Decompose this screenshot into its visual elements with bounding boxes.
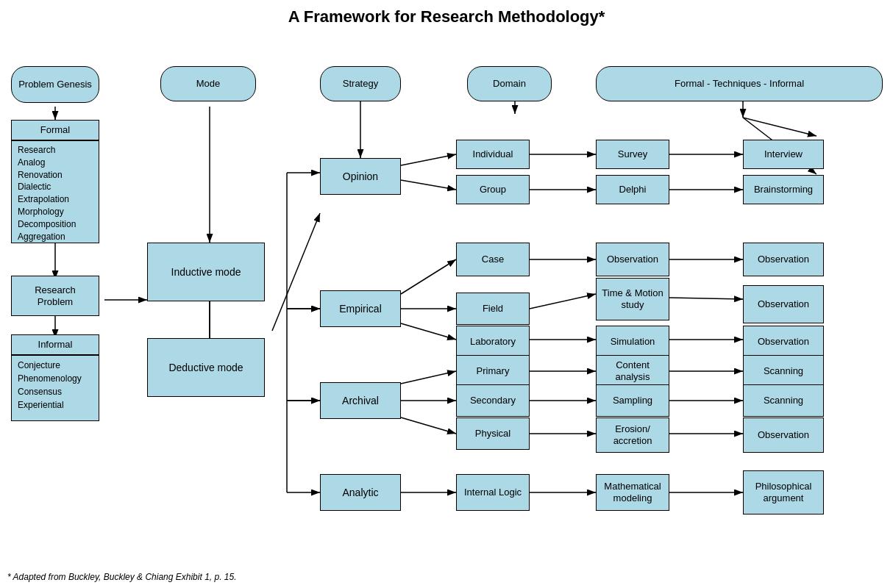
empirical-box: Empirical	[320, 290, 401, 327]
opinion-box: Opinion	[320, 158, 401, 195]
case-box: Case	[456, 243, 530, 276]
archival-box: Archival	[320, 382, 401, 419]
content-analysis-box: Content analysis	[596, 355, 669, 387]
informal-box: Informal	[11, 334, 99, 355]
survey-box: Survey	[596, 140, 669, 169]
time-motion-box: Time & Motion study	[596, 278, 669, 320]
delphi-box: Delphi	[596, 175, 669, 204]
individual-box: Individual	[456, 140, 530, 169]
svg-line-8	[272, 213, 320, 331]
svg-line-28	[669, 298, 743, 299]
observation-case-tech-box: Observation	[743, 243, 824, 276]
problem-genesis-header: Problem Genesis	[11, 66, 99, 103]
research-problem-box: Research Problem	[11, 276, 99, 316]
observation-field-tech-box: Observation	[743, 285, 824, 323]
physical-box: Physical	[456, 417, 530, 450]
svg-line-15	[401, 180, 456, 190]
svg-line-12	[743, 118, 816, 136]
formal-techniques-informal-header: Formal - Techniques - Informal	[596, 66, 883, 101]
formal-list: Research Analog Renovation Dialectic Ext…	[11, 140, 99, 243]
observation-case-domain-box: Observation	[596, 243, 669, 276]
primary-box: Primary	[456, 355, 530, 387]
sampling-box: Sampling	[596, 384, 669, 417]
page-title: A Framework for Research Methodology*	[7, 7, 886, 26]
field-box: Field	[456, 293, 530, 325]
analytic-box: Analytic	[320, 474, 401, 511]
brainstorming-box: Brainstorming	[743, 175, 824, 204]
interview-box: Interview	[743, 140, 824, 169]
strategy-header: Strategy	[320, 66, 401, 101]
secondary-box: Secondary	[456, 384, 530, 417]
observation-physical-tech-box: Observation	[743, 417, 824, 453]
svg-line-25	[530, 294, 596, 309]
formal-box: Formal	[11, 120, 99, 140]
deductive-mode-box: Deductive mode	[147, 338, 265, 397]
scanning-primary-box: Scanning	[743, 355, 824, 387]
internal-logic-box: Internal Logic	[456, 474, 530, 511]
svg-line-14	[401, 154, 456, 165]
laboratory-box: Laboratory	[456, 326, 530, 358]
footnote: * Adapted from Buckley, Buckley & Chiang…	[7, 572, 237, 582]
svg-line-33	[401, 417, 456, 434]
page-wrapper: A Framework for Research Methodology*	[0, 0, 893, 588]
philosophical-argument-box: Philosophical argument	[743, 470, 824, 514]
svg-line-21	[401, 259, 456, 294]
svg-line-31	[401, 371, 456, 384]
svg-line-23	[401, 323, 456, 340]
inductive-mode-box: Inductive mode	[147, 243, 265, 301]
observation-lab-tech-box: Observation	[743, 326, 824, 358]
mode-header: Mode	[160, 66, 256, 101]
math-modeling-box: Mathematical modeling	[596, 474, 669, 511]
scanning-secondary-box: Scanning	[743, 384, 824, 417]
informal-list: Conjecture Phenomenology Consensus Exper…	[11, 355, 99, 421]
group-box: Group	[456, 175, 530, 204]
domain-header: Domain	[467, 66, 552, 101]
erosion-box: Erosion/ accretion	[596, 417, 669, 453]
simulation-box: Simulation	[596, 326, 669, 358]
